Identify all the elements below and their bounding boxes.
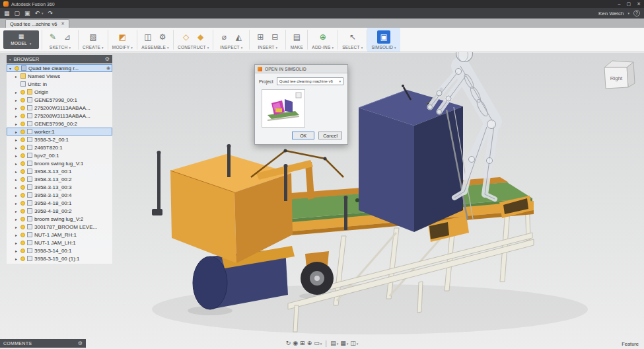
grid-snaps-icon-caret-icon[interactable]: ▾ bbox=[347, 342, 349, 346]
browser-item[interactable]: ▸275200W3113AABAA... bbox=[7, 104, 112, 112]
expander-icon[interactable]: ▸ bbox=[14, 122, 18, 126]
undo-icon[interactable]: ↶ bbox=[35, 8, 40, 19]
expander-icon[interactable]: ▸ bbox=[14, 130, 18, 134]
create-sketch-icon[interactable]: ✎ bbox=[46, 30, 59, 44]
ribbon-group-label[interactable]: CONSTRUCT▾ bbox=[178, 45, 209, 50]
display-settings-icon[interactable]: ▤ bbox=[330, 338, 336, 348]
browser-item[interactable]: ▸3958-3-13_00:4 bbox=[7, 191, 112, 199]
ok-button[interactable]: OK bbox=[292, 132, 314, 139]
zoom-icon[interactable]: ⊕ bbox=[307, 338, 312, 348]
grid-snaps-icon[interactable]: ▦ bbox=[340, 338, 346, 348]
browser-item[interactable]: ▸275208W3113AABAA... bbox=[7, 112, 112, 120]
ribbon-group-label[interactable]: INSERT▾ bbox=[258, 45, 278, 50]
visibility-bulb-icon[interactable] bbox=[20, 145, 25, 150]
display-settings-icon-caret-icon[interactable]: ▾ bbox=[337, 342, 339, 346]
browser-collapse-icon[interactable]: ▾ bbox=[9, 58, 11, 61]
ribbon-group-label[interactable]: SIMSOLID▾ bbox=[371, 45, 396, 50]
expander-icon[interactable]: ▸ bbox=[14, 98, 18, 102]
visibility-bulb-icon[interactable] bbox=[20, 225, 25, 229]
minimize-button[interactable]: – bbox=[618, 1, 621, 7]
ribbon-group-label[interactable]: INSPECT▾ bbox=[220, 45, 242, 50]
viewports-icon-caret-icon[interactable]: ▾ bbox=[357, 342, 359, 346]
app-grid-icon[interactable]: ▦ bbox=[4, 8, 10, 19]
browser-item[interactable]: ▸3001787_BROOM LEVE... bbox=[7, 223, 112, 231]
project-select[interactable]: Quad tee cleaning machine v6 ▾ bbox=[277, 77, 343, 85]
visibility-bulb-icon[interactable] bbox=[20, 217, 25, 221]
fit-icon-caret-icon[interactable]: ▾ bbox=[320, 342, 322, 346]
ribbon-group-label[interactable]: CREATE▾ bbox=[83, 45, 104, 50]
browser-item[interactable]: ▸3958-4-18_00:1 bbox=[7, 199, 112, 207]
user-menu-caret-icon[interactable]: ▾ bbox=[627, 11, 629, 15]
browser-item[interactable]: ▸2465T820:1 bbox=[7, 143, 112, 151]
ribbon-group-label[interactable]: SKETCH▾ bbox=[50, 45, 71, 50]
expander-icon[interactable]: ▸ bbox=[14, 225, 18, 229]
expander-icon[interactable]: ▸ bbox=[14, 249, 18, 253]
expander-icon[interactable]: ▸ bbox=[14, 145, 18, 150]
comments-settings-icon[interactable]: ⚙ bbox=[78, 340, 83, 346]
expander-icon[interactable]: ▸ bbox=[14, 217, 18, 221]
expander-icon[interactable]: ▸ bbox=[14, 114, 18, 118]
ribbon-group-label[interactable]: MAKE bbox=[291, 45, 303, 50]
expander-icon[interactable]: ▸ bbox=[14, 106, 18, 110]
insert-decal-icon[interactable]: ⊟ bbox=[268, 30, 281, 44]
visibility-bulb-icon[interactable] bbox=[20, 169, 25, 174]
user-menu[interactable]: Ken Welch bbox=[598, 11, 624, 17]
joint-icon[interactable]: ⚙ bbox=[156, 30, 169, 44]
visibility-bulb-icon[interactable] bbox=[20, 209, 25, 213]
browser-item[interactable]: ▸Origin bbox=[7, 88, 112, 96]
visibility-bulb-icon[interactable] bbox=[20, 114, 25, 118]
browser-item[interactable]: Units: in bbox=[7, 80, 112, 88]
view-cube[interactable]: Right bbox=[598, 57, 636, 95]
expander-icon[interactable]: ▸ bbox=[14, 153, 18, 158]
expander-icon[interactable]: ▸ bbox=[14, 161, 18, 166]
visibility-bulb-icon[interactable] bbox=[20, 241, 25, 245]
visibility-bulb-icon[interactable] bbox=[20, 177, 25, 182]
expander-icon[interactable]: ▸ bbox=[14, 193, 18, 198]
undo-icon-caret-icon[interactable]: ▾ bbox=[42, 11, 44, 15]
browser-item[interactable]: ▸broom swing lug_V:1 bbox=[7, 159, 112, 167]
visibility-bulb-icon[interactable] bbox=[20, 201, 25, 206]
look-at-icon[interactable]: ◉ bbox=[293, 338, 298, 348]
browser-item[interactable]: ▸Named Views bbox=[7, 72, 112, 80]
ribbon-group-label[interactable]: ADD-INS▾ bbox=[312, 45, 334, 50]
visibility-bulb-icon[interactable] bbox=[20, 106, 25, 110]
insert-mesh-icon[interactable]: ⊞ bbox=[254, 30, 267, 44]
tab-close-icon[interactable]: ✕ bbox=[61, 21, 65, 26]
visibility-bulb-icon[interactable] bbox=[20, 130, 25, 134]
browser-header[interactable]: ▾ BROWSER ⚙ bbox=[7, 55, 112, 63]
orbit-icon[interactable]: ↻ bbox=[286, 338, 291, 348]
ribbon-group-label[interactable]: ASSEMBLE▾ bbox=[141, 45, 168, 50]
comments-bar[interactable]: COMMENTS ⚙ bbox=[0, 339, 86, 348]
visibility-bulb-icon[interactable] bbox=[20, 233, 25, 237]
browser-item[interactable]: ▸3958-4-18_00:2 bbox=[7, 207, 112, 215]
expander-icon[interactable]: ▸ bbox=[14, 209, 18, 213]
help-icon[interactable]: ? bbox=[633, 10, 640, 17]
browser-item[interactable]: ▸broom swing lug_V:2 bbox=[7, 215, 112, 223]
expander-icon[interactable]: ▸ bbox=[14, 74, 18, 79]
visibility-bulb-icon[interactable] bbox=[20, 122, 25, 126]
visibility-bulb-icon[interactable] bbox=[20, 249, 25, 253]
visibility-bulb-icon[interactable] bbox=[15, 66, 19, 71]
save-icon[interactable]: ▣ bbox=[24, 8, 30, 19]
visibility-bulb-icon[interactable] bbox=[20, 161, 25, 166]
workspace-selector[interactable]: ▦ MODEL ▾ bbox=[3, 30, 39, 49]
expander-icon[interactable]: ▸ bbox=[14, 177, 18, 182]
press-pull-icon[interactable]: ◩ bbox=[116, 30, 129, 44]
expander-icon[interactable]: ▸ bbox=[14, 201, 18, 206]
browser-item[interactable]: ▸worker:1 bbox=[7, 128, 112, 136]
expander-icon[interactable]: ▸ bbox=[14, 169, 18, 174]
cancel-button[interactable]: Cancel bbox=[318, 132, 342, 139]
visibility-bulb-icon[interactable] bbox=[20, 185, 25, 190]
browser-item[interactable]: ▸3958-3-14_00:1 bbox=[7, 247, 112, 254]
construct-axis-icon[interactable]: ◆ bbox=[194, 30, 207, 44]
browser-item[interactable]: ▸3958-3-2_00:1 bbox=[7, 136, 112, 143]
expander-icon[interactable]: ▾ bbox=[8, 66, 13, 71]
analysis-icon[interactable]: ◭ bbox=[232, 30, 245, 44]
file-icon[interactable]: ▢ bbox=[15, 8, 20, 19]
browser-item[interactable]: ▾Quad tee cleaning r...◉ bbox=[7, 64, 112, 72]
viewports-icon[interactable]: ◫ bbox=[350, 338, 356, 348]
visibility-bulb-icon[interactable] bbox=[20, 98, 25, 102]
visibility-bulb-icon[interactable] bbox=[20, 193, 25, 198]
visibility-bulb-icon[interactable] bbox=[20, 90, 25, 95]
browser-item[interactable]: ▸hpv2_00:1 bbox=[7, 151, 112, 159]
